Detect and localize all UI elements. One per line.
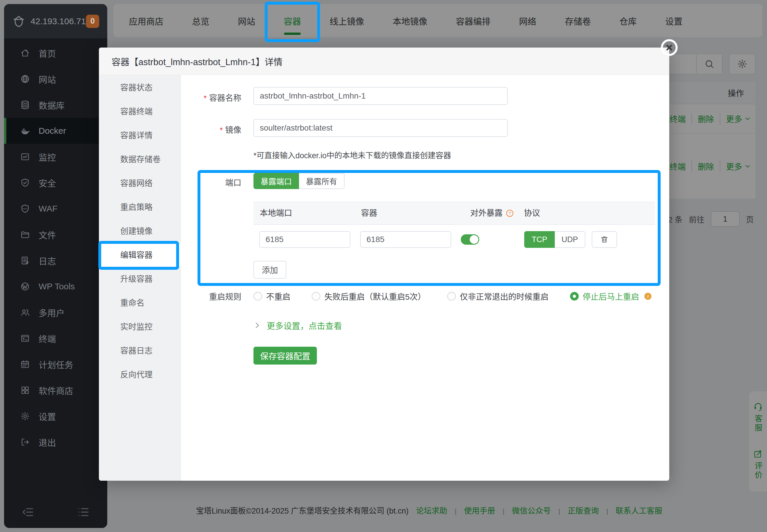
container-port-input[interactable] bbox=[360, 231, 451, 248]
bt-logo-icon bbox=[12, 15, 25, 28]
sidebar-item[interactable]: 数据库 bbox=[4, 92, 107, 118]
monitor-icon bbox=[20, 152, 30, 162]
trash-icon bbox=[600, 235, 609, 244]
radio-icon bbox=[447, 292, 456, 301]
menu-list-icon[interactable] bbox=[77, 505, 90, 519]
modal-menu-item[interactable]: 升级容器 bbox=[99, 266, 181, 290]
sidebar-item[interactable]: 多用户 bbox=[4, 299, 107, 325]
sidebar-item-label: 日志 bbox=[39, 254, 56, 267]
modal-body: *容器名称 *镜像 *可直接输入docker.io中的本地未下载的镜像直接创建容… bbox=[181, 75, 669, 481]
sidebar-item[interactable]: 终端 bbox=[4, 325, 107, 351]
add-port-button[interactable]: 添加 bbox=[253, 261, 286, 279]
sidebar: 42.193.106.71 0 首页 网站 数据库 bbox=[4, 4, 107, 528]
sidebar-item[interactable]: 监控 bbox=[4, 144, 107, 170]
sidebar-item[interactable]: 安全 bbox=[4, 170, 107, 196]
modal-menu-item[interactable]: 实时监控 bbox=[99, 314, 181, 338]
container-name-input[interactable] bbox=[253, 87, 508, 105]
modal-menu-item[interactable]: 容器终端 bbox=[99, 99, 181, 123]
sidebar-item[interactable]: 退出 bbox=[4, 429, 107, 455]
modal-menu-item[interactable]: 容器状态 bbox=[99, 75, 181, 99]
sidebar-item-label: 首页 bbox=[39, 47, 56, 59]
restart-radio-option[interactable]: 停止后马上重启 i bbox=[570, 290, 652, 302]
collapse-sidebar-icon[interactable] bbox=[21, 505, 35, 519]
home-icon bbox=[20, 48, 30, 58]
sidebar-item[interactable]: 首页 bbox=[4, 40, 107, 66]
users-icon bbox=[20, 307, 30, 317]
modal-menu-item[interactable]: 容器日志 bbox=[99, 338, 181, 362]
save-container-config-button[interactable]: 保存容器配置 bbox=[253, 347, 317, 365]
sidebar-item[interactable]: 文件 bbox=[4, 222, 107, 248]
sidebar-item-label: 安全 bbox=[39, 176, 56, 189]
expose-ports-button[interactable]: 暴露端口 bbox=[253, 173, 299, 189]
sidebar-item-label: 计划任务 bbox=[39, 358, 73, 371]
sidebar-item[interactable]: 网站 bbox=[4, 66, 107, 92]
modal-menu-item[interactable]: 重启策略 bbox=[99, 195, 181, 218]
modal-close-button[interactable] bbox=[661, 39, 678, 56]
radio-icon bbox=[253, 292, 262, 301]
sidebar-item[interactable]: Docker bbox=[4, 118, 107, 144]
radio-icon bbox=[312, 292, 320, 301]
tcp-button[interactable]: TCP bbox=[524, 231, 555, 248]
radio-icon bbox=[570, 292, 579, 301]
required-asterisk: * bbox=[203, 94, 207, 103]
expose-all-button[interactable]: 暴露所有 bbox=[299, 173, 344, 189]
protocol-toggle: TCP UDP bbox=[524, 231, 585, 248]
image-input[interactable] bbox=[253, 119, 508, 137]
sidebar-item-label: 软件商店 bbox=[39, 384, 73, 397]
modal-menu-item[interactable]: 重命名 bbox=[99, 290, 181, 314]
sidebar-item[interactable]: 日志 bbox=[4, 248, 107, 273]
bt-panel-page: 应用商店总览网站容器线上镜像本地镜像容器编排网络存储卷仓库设置 操作 终端 删除… bbox=[0, 0, 767, 532]
restart-radio-option[interactable]: 不重启 bbox=[253, 290, 290, 302]
sidebar-item-label: 设置 bbox=[39, 410, 56, 422]
modal-title: 容器【astrbot_lmhn-astrbot_Lmhn-1】详情 bbox=[99, 48, 669, 75]
sidebar-item-label: WP Tools bbox=[39, 282, 75, 291]
waf-icon: WAF bbox=[20, 204, 30, 214]
external-expose-toggle[interactable] bbox=[461, 234, 479, 245]
sidebar-item[interactable]: 设置 bbox=[4, 403, 107, 429]
sidebar-item[interactable]: WP Tools bbox=[4, 273, 107, 299]
sidebar-item-label: 监控 bbox=[39, 150, 56, 163]
sidebar-item[interactable]: 软件商店 bbox=[4, 377, 107, 403]
container-port-column: 容器 bbox=[361, 202, 377, 224]
modal-menu-item[interactable]: 数据存储卷 bbox=[99, 147, 181, 171]
globe-icon bbox=[20, 74, 30, 84]
shield-icon bbox=[20, 178, 30, 188]
sidebar-header: 42.193.106.71 0 bbox=[4, 4, 107, 38]
modal-menu-item[interactable]: 容器详情 bbox=[99, 123, 181, 147]
chevron-right-icon bbox=[253, 322, 261, 329]
modal-side-menu: 容器状态容器终端容器详情数据存储卷容器网络重启策略创建镜像编辑容器升级容器重命名… bbox=[99, 75, 181, 481]
sidebar-menu: 首页 网站 数据库 Docker bbox=[4, 40, 107, 455]
restart-rule-label: 重启规则 bbox=[181, 290, 241, 302]
port-mapping-table: 本地端口 容器 对外暴露 ? 协议 TCP UD bbox=[253, 202, 655, 258]
question-help-icon[interactable]: ? bbox=[506, 209, 514, 218]
log-icon bbox=[20, 256, 30, 265]
udp-button[interactable]: UDP bbox=[555, 231, 585, 248]
message-count-badge[interactable]: 0 bbox=[86, 15, 99, 28]
sidebar-item[interactable]: WAF WAF bbox=[4, 196, 107, 222]
sidebar-item[interactable]: 计划任务 bbox=[4, 351, 107, 377]
modal-menu-item[interactable]: 创建镜像 bbox=[99, 218, 181, 242]
sidebar-item-label: 文件 bbox=[39, 228, 56, 241]
server-ip: 42.193.106.71 bbox=[31, 16, 86, 26]
required-asterisk: * bbox=[220, 126, 223, 135]
restart-radio-option[interactable]: 失败后重启（默认重启5次） bbox=[312, 290, 426, 302]
radio-label: 仅非正常退出的时候重启 bbox=[460, 290, 549, 302]
modal-menu-item[interactable]: 反向代理 bbox=[99, 362, 181, 386]
folder-icon bbox=[20, 230, 30, 239]
modal-menu-item[interactable]: 容器网络 bbox=[99, 171, 181, 195]
port-mapping-row: TCP UDP bbox=[253, 225, 655, 258]
restart-radio-option[interactable]: 仅非正常退出的时候重启 bbox=[447, 290, 549, 302]
port-expose-mode-toggle: 暴露端口 暴露所有 bbox=[253, 173, 344, 189]
more-settings-link[interactable]: 更多设置，点击查看 bbox=[253, 318, 342, 332]
info-icon: i bbox=[644, 292, 652, 300]
sidebar-item-label: 终端 bbox=[39, 332, 56, 345]
local-port-input[interactable] bbox=[259, 231, 350, 248]
radio-label: 停止后马上重启 bbox=[583, 290, 639, 302]
calendar-icon bbox=[20, 359, 30, 369]
external-expose-column: 对外暴露 ? bbox=[470, 202, 514, 224]
image-note: *可直接输入docker.io中的本地未下载的镜像直接创建容器 bbox=[253, 149, 451, 161]
radio-label: 失败后重启（默认重启5次） bbox=[324, 290, 426, 302]
docker-icon bbox=[20, 126, 30, 136]
modal-menu-item[interactable]: 编辑容器 bbox=[99, 242, 181, 266]
delete-port-row-button[interactable] bbox=[592, 231, 617, 248]
